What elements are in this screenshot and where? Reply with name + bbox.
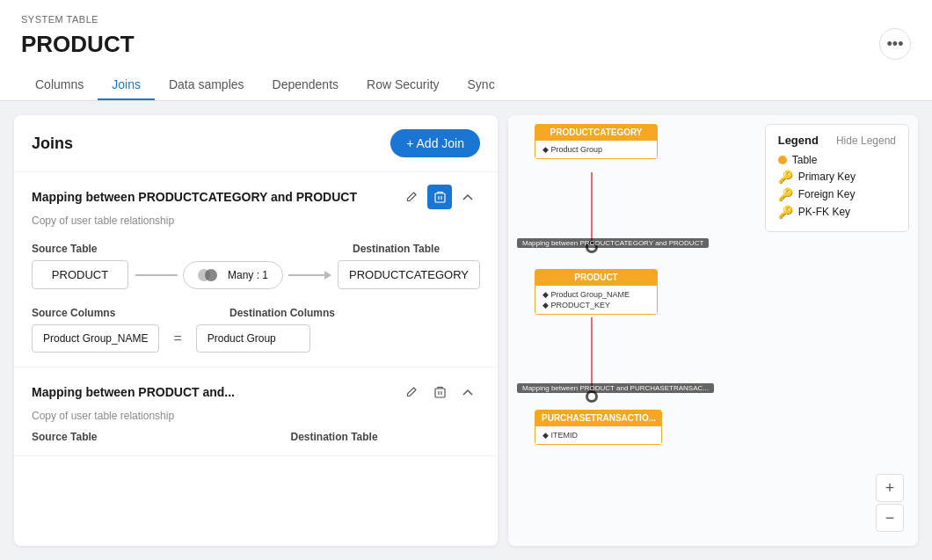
- edit-join-2-button[interactable]: [399, 380, 424, 404]
- join-item-1-actions: [399, 185, 480, 209]
- tab-sync[interactable]: Sync: [454, 70, 509, 100]
- source-table-label: Source Table: [32, 243, 159, 255]
- diag-node-productcategory: PRODUCTCATEGORY ◆ Product Group: [535, 124, 658, 159]
- collapse-join-1-button[interactable]: [455, 185, 480, 209]
- legend-item-pk-fk-key: 🔑 PK-FK Key: [778, 205, 896, 219]
- collapse-join-2-button[interactable]: [455, 380, 480, 404]
- svg-rect-0: [435, 193, 445, 202]
- content-area: Joins + Add Join Mapping between PRODUCT…: [0, 101, 932, 560]
- join-item-1-title: Mapping between PRODUCTCATEGORY and PROD…: [32, 190, 399, 204]
- joins-panel-title: Joins: [32, 135, 73, 153]
- join-item-2-actions: [399, 380, 480, 404]
- tab-columns[interactable]: Columns: [21, 70, 98, 100]
- diag-node-productcategory-header: PRODUCTCATEGORY: [535, 124, 658, 141]
- page-wrapper: SYSTEM TABLE PRODUCT ••• Columns Joins D…: [0, 0, 932, 560]
- page-title-row: PRODUCT •••: [21, 28, 911, 60]
- mapping-badge-1: Mapping between PRODUCTCATEGORY and PROD…: [517, 238, 709, 248]
- tab-data-samples[interactable]: Data samples: [155, 70, 258, 100]
- join-item-2-subtitle: Copy of user table relationship: [14, 410, 498, 431]
- relation-connector: Many : 1: [135, 261, 331, 289]
- diag-node-purchasetransaction-header: PURCHASETRANSACTIO...: [535, 410, 662, 426]
- diag-node-purchasetransaction: PURCHASETRANSACTIO... ◆ ITEMID: [535, 410, 662, 445]
- joins-list: Mapping between PRODUCTCATEGORY and PROD…: [14, 172, 498, 546]
- join-item-1-col-mapping: Source Columns Destination Columns Produ…: [14, 303, 498, 367]
- diag-node-purchasetransaction-body: ◆ ITEMID: [535, 426, 662, 445]
- dest-col-label: Destination Columns: [229, 307, 480, 319]
- connector-line-left: [135, 274, 178, 276]
- table-mapping-row: PRODUCT Many : 1: [32, 260, 480, 289]
- system-table-label: SYSTEM TABLE: [21, 14, 911, 25]
- hide-legend-button[interactable]: Hide Legend: [836, 135, 896, 147]
- diag-node-product-body: ◆ Product Group_NAME ◆ PRODUCT_KEY: [535, 286, 658, 315]
- zoom-controls: + −: [876, 474, 904, 532]
- delete-icon-2: [434, 386, 446, 398]
- diag-node-productcategory-body: ◆ Product Group: [535, 141, 658, 159]
- diag-node-product: PRODUCT ◆ Product Group_NAME ◆ PRODUCT_K…: [535, 269, 658, 315]
- equals-sign: =: [166, 331, 188, 346]
- join-item-2-title: Mapping between PRODUCT and...: [32, 385, 399, 399]
- diagram-canvas: PRODUCTCATEGORY ◆ Product Group Mapping …: [508, 115, 918, 546]
- legend-primary-key-label: Primary Key: [798, 171, 856, 183]
- tab-dependents[interactable]: Dependents: [258, 70, 353, 100]
- legend-pk-fk-label: PK-FK Key: [798, 206, 850, 218]
- diagram-panel: PRODUCTCATEGORY ◆ Product Group Mapping …: [508, 115, 918, 546]
- legend-foreign-key-label: Foreign Key: [798, 188, 856, 200]
- tab-joins[interactable]: Joins: [98, 70, 155, 100]
- legend-header: Legend Hide Legend: [778, 134, 896, 147]
- delete-join-1-button[interactable]: [427, 185, 452, 209]
- col-mapping-row: Product Group_NAME = Product Group: [32, 324, 480, 353]
- edit-icon: [405, 191, 418, 203]
- dest-table-label: Destination Table: [353, 243, 480, 255]
- table-mapping-labels: Source Table Destination Table: [32, 243, 480, 255]
- primary-key-icon: 🔑: [778, 170, 793, 184]
- join-item-1-header: Mapping between PRODUCTCATEGORY and PROD…: [14, 172, 498, 215]
- tab-row-security[interactable]: Row Security: [353, 70, 453, 100]
- delete-join-2-button[interactable]: [427, 380, 452, 404]
- zoom-out-button[interactable]: −: [876, 504, 904, 532]
- legend-table-label: Table: [792, 154, 818, 166]
- page-title: PRODUCT: [21, 31, 135, 58]
- chevron-up-icon: [462, 193, 473, 200]
- legend-title: Legend: [778, 134, 819, 147]
- add-join-button[interactable]: + Add Join: [390, 129, 480, 157]
- source-table-box: PRODUCT: [32, 260, 128, 289]
- source-col-box: Product Group_NAME: [32, 324, 159, 353]
- dest-col-box: Product Group: [196, 324, 310, 353]
- tabs-bar: Columns Joins Data samples Dependents Ro…: [21, 70, 911, 100]
- diag-node-row: ◆ ITEMID: [542, 430, 654, 440]
- svg-rect-6: [435, 389, 445, 397]
- legend-item-foreign-key: 🔑 Foreign Key: [778, 187, 896, 201]
- legend-item-primary-key: 🔑 Primary Key: [778, 170, 896, 184]
- dest-table-box: PRODUCTCATEGORY: [338, 260, 480, 289]
- more-button[interactable]: •••: [879, 28, 911, 60]
- joins-panel: Joins + Add Join Mapping between PRODUCT…: [14, 115, 498, 546]
- source-col-label: Source Columns: [32, 307, 177, 319]
- diag-node-row: ◆ Product Group: [542, 144, 650, 155]
- venn-diagram-icon: [198, 267, 222, 283]
- legend-table-dot: [778, 156, 787, 164]
- foreign-key-icon: 🔑: [778, 187, 793, 201]
- diag-node-product-header: PRODUCT: [535, 269, 658, 286]
- join-item-1-table-mapping: Source Table Destination Table PRODUCT: [14, 236, 498, 303]
- edit-icon-2: [405, 386, 418, 398]
- header: SYSTEM TABLE PRODUCT ••• Columns Joins D…: [0, 0, 932, 101]
- join-item-2-source-label: Source Table: [32, 431, 97, 443]
- join-item-2-labels: Source Table Destination Table: [14, 431, 498, 455]
- diag-node-row: ◆ PRODUCT_KEY: [542, 300, 650, 310]
- zoom-in-button[interactable]: +: [876, 474, 904, 502]
- join-item-2: Mapping between PRODUCT and...: [14, 367, 498, 456]
- svg-point-17: [588, 393, 595, 400]
- delete-icon: [434, 191, 446, 203]
- connector-line-right: [288, 274, 331, 276]
- joins-panel-header: Joins + Add Join: [14, 115, 498, 172]
- col-mapping-labels: Source Columns Destination Columns: [32, 307, 480, 319]
- join-item-2-dest-label: Destination Table: [290, 431, 377, 443]
- pk-fk-key-icon: 🔑: [778, 205, 793, 219]
- legend-box: Legend Hide Legend Table 🔑 Primary Key 🔑…: [765, 124, 909, 232]
- legend-item-table: Table: [778, 154, 896, 166]
- relation-box: Many : 1: [183, 261, 283, 289]
- mapping-badge-2: Mapping between PRODUCT and PURCHASETRAN…: [517, 383, 714, 393]
- join-item-1: Mapping between PRODUCTCATEGORY and PROD…: [14, 172, 498, 367]
- join-item-2-header: Mapping between PRODUCT and...: [14, 367, 498, 410]
- edit-join-1-button[interactable]: [399, 185, 424, 209]
